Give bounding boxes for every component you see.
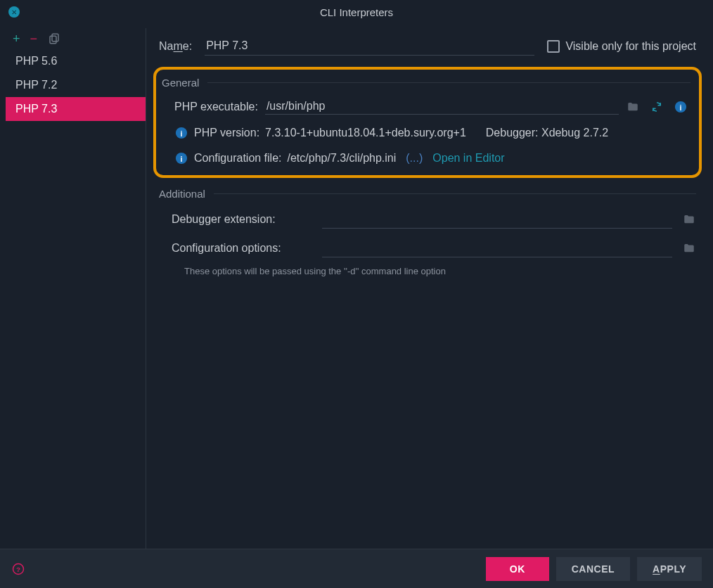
config-options-hint: These options will be passed using the '… (184, 266, 696, 276)
checkbox-icon (547, 40, 560, 53)
sidebar-item-php56[interactable]: PHP 5.6 (6, 49, 146, 73)
name-row: Name: Visible only for this project (159, 37, 696, 56)
section-title-general: General (162, 77, 690, 89)
browse-executable-button[interactable] (626, 100, 640, 114)
info-icon: i (175, 127, 188, 139)
sidebar: + − PHP 5.6 PHP 7.2 PHP 7.3 (6, 28, 146, 549)
php-executable-row: PHP executable: /usr/bin/php (162, 98, 690, 115)
folder-icon (683, 213, 695, 226)
browse-debugger-ext-button[interactable] (682, 212, 696, 226)
body: + − PHP 5.6 PHP 7.2 PHP 7.3 (0, 24, 713, 549)
debugger-extension-input[interactable] (322, 210, 672, 229)
executable-info-button[interactable]: i (674, 100, 688, 114)
php-executable-value[interactable]: /usr/bin/php (265, 98, 619, 115)
config-ellipsis-button[interactable]: (...) (406, 152, 423, 165)
cancel-button[interactable]: CANCEL (556, 557, 630, 581)
visible-only-label: Visible only for this project (565, 40, 696, 53)
debugger-extension-row: Debugger extension: (172, 210, 696, 229)
apply-button[interactable]: APPLY (637, 557, 702, 581)
section-title-general-label: General (162, 77, 199, 89)
sidebar-item-label: PHP 7.3 (15, 103, 57, 115)
additional-section: Additional Debugger extension: Configura… (159, 188, 696, 276)
name-input[interactable] (205, 37, 534, 56)
ok-button[interactable]: OK (486, 557, 549, 581)
close-icon: ✕ (11, 8, 17, 16)
debugger-extension-label: Debugger extension: (172, 213, 312, 226)
config-file-value: /etc/php/7.3/cli/php.ini (288, 152, 397, 165)
add-interpreter-button[interactable]: + (13, 32, 20, 45)
config-info-icon: i (174, 151, 188, 165)
sidebar-toolbar: + − (6, 28, 146, 49)
sidebar-list: PHP 5.6 PHP 7.2 PHP 7.3 (6, 49, 146, 549)
section-title-additional-label: Additional (159, 188, 205, 200)
titlebar: ✕ CLI Interpreters (0, 0, 713, 24)
section-title-additional: Additional (159, 188, 696, 200)
executable-actions: i (626, 100, 690, 114)
svg-text:i: i (181, 155, 183, 163)
folder-icon (627, 101, 639, 113)
visible-only-checkbox[interactable]: Visible only for this project (547, 40, 696, 53)
remove-interpreter-button[interactable]: − (30, 32, 38, 45)
reload-executable-button[interactable] (650, 100, 664, 114)
version-info-icon: i (174, 126, 188, 140)
window-title: CLI Interpreters (0, 6, 713, 18)
debugger-label: Debugger: (486, 127, 539, 139)
sidebar-item-label: PHP 7.2 (15, 79, 57, 91)
divider (207, 82, 690, 83)
window: ✕ CLI Interpreters + − PHP 5.6 (0, 0, 713, 588)
sidebar-item-label: PHP 5.6 (15, 55, 57, 67)
help-button[interactable]: ? (11, 562, 25, 576)
help-icon: ? (12, 563, 25, 575)
name-label: Name: (159, 40, 192, 53)
reload-icon (650, 101, 663, 113)
svg-text:i: i (181, 129, 183, 138)
config-options-row: Configuration options: (172, 238, 696, 257)
open-in-editor-link[interactable]: Open in Editor (432, 152, 504, 165)
debugger-span: Debugger: Xdebug 2.7.2 (486, 127, 608, 139)
debugger-value: Xdebug 2.7.2 (541, 127, 608, 139)
svg-text:i: i (680, 103, 682, 111)
config-options-label: Configuration options: (172, 242, 312, 255)
config-options-input[interactable] (322, 238, 672, 257)
php-version-line: i PHP version: 7.3.10-1+ubuntu18.04.1+de… (174, 126, 690, 140)
info-icon: i (674, 101, 687, 113)
copy-icon (48, 32, 60, 45)
svg-text:?: ? (16, 565, 20, 573)
copy-interpreter-button[interactable] (47, 32, 61, 46)
sidebar-item-php73[interactable]: PHP 7.3 (6, 97, 146, 121)
general-highlight-box: General PHP executable: /usr/bin/php (153, 67, 702, 178)
folder-icon (683, 242, 695, 255)
php-executable-label: PHP executable: (174, 101, 258, 113)
config-file-line: i Configuration file: /etc/php/7.3/cli/p… (174, 151, 690, 165)
main-panel: Name: Visible only for this project Gene… (146, 28, 707, 549)
info-icon: i (175, 152, 188, 165)
window-close-button[interactable]: ✕ (8, 6, 20, 18)
sidebar-item-php72[interactable]: PHP 7.2 (6, 73, 146, 97)
footer: ? OK CANCEL APPLY (0, 549, 713, 588)
config-file-label: Configuration file: (194, 152, 282, 165)
svg-rect-0 (52, 34, 58, 41)
svg-rect-1 (50, 36, 56, 44)
divider (214, 193, 696, 194)
browse-config-options-button[interactable] (682, 241, 696, 255)
php-version-value: 7.3.10-1+ubuntu18.04.1+deb.sury.org+1 (265, 127, 466, 139)
php-version-label: PHP version: (194, 127, 259, 139)
